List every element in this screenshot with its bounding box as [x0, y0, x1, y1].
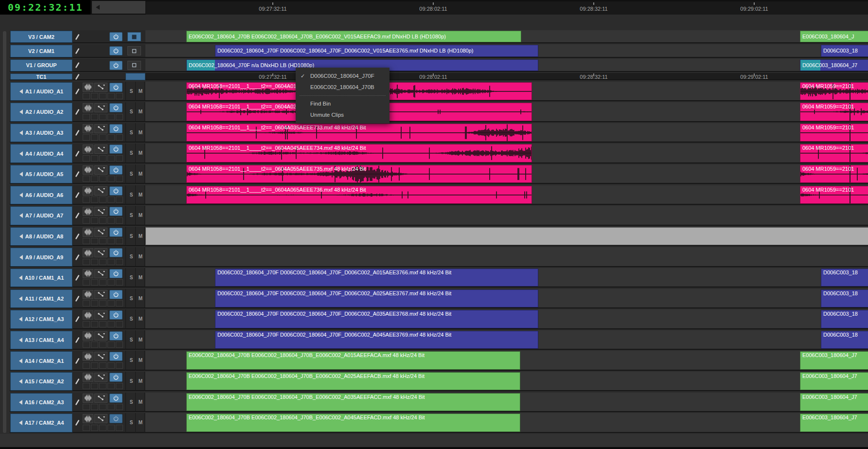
- keyframe-button[interactable]: [94, 373, 107, 382]
- collapse-button[interactable]: [92, 1, 145, 14]
- track-lane-A15[interactable]: E006C002_180604_J70B E006C002_180604_J70…: [145, 372, 868, 392]
- track-name-button-A5[interactable]: A5 / AUDIO_A5: [10, 165, 72, 184]
- power-button[interactable]: [109, 144, 123, 154]
- timeline-clip[interactable]: 0604 MR1058==2101__1____t2==_0604A035AEE…: [186, 124, 532, 142]
- track-lane-A16[interactable]: E006C002_180604_J70B E006C002_180604_J70…: [145, 393, 868, 413]
- solo-button[interactable]: S: [127, 164, 135, 184]
- mute-button[interactable]: M: [137, 351, 144, 371]
- power-button[interactable]: [109, 414, 123, 423]
- solo-button[interactable]: S: [127, 268, 135, 288]
- pen-icon[interactable]: [73, 185, 82, 205]
- waveform-button[interactable]: [83, 414, 93, 423]
- keyframe-button[interactable]: [94, 414, 107, 423]
- timeline-ruler[interactable]: 09:27:32:1109:28:02:1109:28:32:1109:29:0…: [146, 1, 868, 15]
- solo-button[interactable]: S: [127, 351, 135, 371]
- track-name-button-A6[interactable]: A6 / AUDIO_A6: [10, 186, 72, 205]
- track-name-button-A11[interactable]: A11 / CAM1_A2: [10, 289, 72, 308]
- waveform-button[interactable]: [83, 248, 93, 257]
- mute-button[interactable]: M: [137, 206, 144, 226]
- menu-item[interactable]: Unmute Clips: [296, 109, 390, 121]
- timeline-clip[interactable]: E006C003_180604_J7: [800, 372, 868, 391]
- track-lane-A6[interactable]: 0604 MR1058==2101__1____t2==_0604A065AEE…: [145, 185, 868, 205]
- solo-button[interactable]: S: [127, 247, 135, 267]
- waveform-button[interactable]: [83, 124, 93, 133]
- pen-icon[interactable]: [73, 330, 82, 350]
- mute-button[interactable]: M: [137, 330, 144, 350]
- track-lane-A4[interactable]: 0604 MR1058==2101__1____t2==_0604A045AEE…: [145, 144, 868, 163]
- waveform-button[interactable]: [83, 269, 93, 278]
- timeline-clip[interactable]: E006C002_180604_J70B E006C002_180604_J70…: [186, 393, 520, 412]
- solo-button[interactable]: S: [127, 82, 135, 102]
- solo-button[interactable]: S: [127, 227, 135, 247]
- pen-icon[interactable]: [73, 247, 82, 267]
- pen-icon[interactable]: [73, 393, 82, 413]
- track-name-button-A12[interactable]: A12 / CAM1_A3: [10, 310, 72, 329]
- waveform-button[interactable]: [83, 373, 93, 382]
- monitor-button[interactable]: [127, 46, 141, 55]
- pen-icon[interactable]: [73, 206, 82, 226]
- solo-button[interactable]: S: [127, 289, 135, 309]
- track-name-button-A14[interactable]: A14 / CAM2_A1: [10, 351, 72, 370]
- track-name-button-V1[interactable]: V1 / GROUP: [10, 59, 72, 72]
- timeline-clip[interactable]: D006C002_180604_J70F D006C002_180604_J70…: [215, 269, 538, 287]
- power-button[interactable]: [109, 46, 123, 55]
- waveform-button[interactable]: [83, 331, 93, 341]
- power-button[interactable]: [109, 248, 123, 257]
- keyframe-button[interactable]: [94, 331, 107, 341]
- timeline-clip[interactable]: D006C003_180604_J7: [800, 59, 868, 71]
- mute-button[interactable]: M: [137, 309, 144, 329]
- waveform-button[interactable]: [83, 103, 93, 112]
- timeline-clip[interactable]: 0604 MR1059==2101: [800, 165, 868, 183]
- track-lane-A11[interactable]: D006C002_180604_J70F D006C002_180604_J70…: [145, 289, 868, 309]
- timeline-clip[interactable]: D006C002_180604_J70F D006C002_180604_J70…: [215, 310, 538, 328]
- keyframe-button[interactable]: [94, 290, 107, 299]
- timeline-clip[interactable]: 0604 MR1058==2101__1____t2==_0604A045AEE…: [186, 144, 532, 162]
- track-name-button-TC1[interactable]: TC1: [10, 73, 72, 80]
- solo-button[interactable]: S: [127, 102, 135, 122]
- solo-button[interactable]: S: [127, 393, 135, 413]
- mute-button[interactable]: M: [137, 393, 144, 413]
- track-name-button-A17[interactable]: A17 / CAM2_A4: [10, 413, 72, 432]
- track-name-button-A4[interactable]: A4 / AUDIO_A4: [10, 144, 72, 163]
- power-button[interactable]: [109, 290, 123, 299]
- waveform-button[interactable]: [83, 290, 93, 299]
- solo-button[interactable]: S: [127, 413, 135, 433]
- pen-icon[interactable]: [73, 164, 82, 184]
- waveform-button[interactable]: [83, 310, 93, 320]
- waveform-button[interactable]: [83, 165, 93, 175]
- mute-button[interactable]: M: [137, 247, 144, 267]
- power-button[interactable]: [109, 394, 123, 403]
- pen-icon[interactable]: [73, 309, 82, 329]
- keyframe-button[interactable]: [94, 165, 107, 175]
- waveform-button[interactable]: [83, 83, 93, 92]
- menu-item[interactable]: E006C002_180604_J70B: [296, 82, 390, 93]
- monitor-button[interactable]: [127, 61, 141, 70]
- track-name-button-A10[interactable]: A10 / CAM1_A1: [10, 269, 72, 287]
- menu-item[interactable]: ✓D006C002_180604_J70F: [296, 71, 390, 82]
- power-button[interactable]: [109, 352, 123, 361]
- track-lane-A10[interactable]: D006C002_180604_J70F D006C002_180604_J70…: [145, 268, 868, 288]
- track-lane-V1[interactable]: D006C002_180604_J70F n/a DNxHD LB (HD108…: [145, 59, 868, 72]
- mute-button[interactable]: M: [137, 413, 144, 433]
- timeline-clip[interactable]: 0604 MR1059==2101: [800, 186, 868, 204]
- track-lane-A14[interactable]: E006C002_180604_J70B E006C002_180604_J70…: [145, 351, 868, 371]
- track-lane-A2[interactable]: 0604 MR1058==2101__1____t2==_0604A025AEE…: [145, 102, 868, 122]
- keyframe-button[interactable]: [94, 352, 107, 361]
- pen-icon[interactable]: [73, 413, 82, 433]
- tc-track-button[interactable]: [125, 73, 145, 81]
- menu-item[interactable]: Find Bin: [296, 98, 390, 109]
- track-name-button-A9[interactable]: A9 / AUDIO_A9: [10, 248, 72, 267]
- waveform-button[interactable]: [83, 207, 93, 216]
- timeline-clip[interactable]: 0604 MR1059==2101: [800, 103, 868, 121]
- pen-icon[interactable]: [73, 102, 82, 122]
- timeline-clip[interactable]: D006C002_180604_J70F D006C002_180604_J70…: [215, 289, 538, 308]
- pen-icon[interactable]: [73, 351, 82, 371]
- power-button[interactable]: [109, 83, 123, 92]
- track-name-button-A8[interactable]: A8 / AUDIO_A8: [10, 227, 72, 246]
- keyframe-button[interactable]: [94, 186, 107, 196]
- power-button[interactable]: [109, 186, 123, 196]
- mute-button[interactable]: M: [137, 185, 144, 205]
- mute-button[interactable]: M: [137, 268, 144, 288]
- track-lane-A17[interactable]: E006C002_180604_J70B E006C002_180604_J70…: [145, 413, 868, 433]
- track-lane-A3[interactable]: 0604 MR1058==2101__1____t2==_0604A035AEE…: [145, 123, 868, 143]
